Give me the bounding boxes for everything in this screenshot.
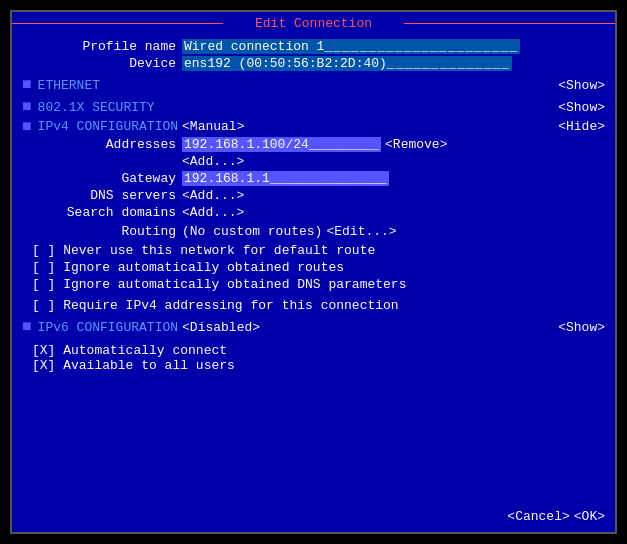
device-value[interactable]: ens192 (00:50:56:B2:2D:40)______________ <box>182 56 512 71</box>
title-bar: Edit Connection <box>12 12 615 33</box>
routing-label: Routing <box>22 224 182 239</box>
gateway-row: Gateway 192.168.1.1_______________ <box>22 171 605 186</box>
security-show[interactable]: <Show> <box>558 100 605 115</box>
ipv6-label: IPv6 CONFIGURATION <box>38 320 178 335</box>
bottom-buttons: <Cancel> <OK> <box>507 509 605 524</box>
gateway-value[interactable]: 192.168.1.1_______________ <box>182 171 389 186</box>
checkbox-ignore-routes[interactable]: [ ] Ignore automatically obtained routes <box>32 260 605 275</box>
ethernet-bullet: ■ <box>22 77 32 93</box>
cancel-button[interactable]: <Cancel> <box>507 509 569 524</box>
device-row: Device ens192 (00:50:56:B2:2D:40)_______… <box>22 56 605 71</box>
ipv6-section: ■ IPv6 CONFIGURATION <Disabled> <Show> <box>22 319 605 335</box>
all-users-checkbox[interactable]: [X] Available to all users <box>22 358 605 373</box>
dns-row: DNS servers <Add...> <box>22 188 605 203</box>
ipv4-header-row: ■ IPv4 CONFIGURATION <Manual> <Hide> <box>22 119 605 135</box>
security-bullet: ■ <box>22 99 32 115</box>
ipv4-label: IPv4 CONFIGURATION <box>38 119 178 135</box>
ipv6-show[interactable]: <Show> <box>558 320 605 335</box>
ipv6-mode[interactable]: <Disabled> <box>182 320 260 335</box>
search-row: Search domains <Add...> <box>22 205 605 220</box>
ipv4-hide[interactable]: <Hide> <box>558 119 605 135</box>
ethernet-label: ETHERNET <box>38 78 100 93</box>
profile-name-value[interactable]: Wired connection 1______________________ <box>182 39 520 54</box>
ipv4-mode[interactable]: <Manual> <box>182 119 244 135</box>
ipv4-section: ■ IPv4 CONFIGURATION <Manual> <Hide> Add… <box>22 119 605 313</box>
security-section: ■ 802.1X SECURITY <Show> <box>22 99 605 115</box>
routing-row: Routing (No custom routes) <Edit...> <box>22 224 605 239</box>
remove-link[interactable]: <Remove> <box>385 137 447 152</box>
routing-edit-link[interactable]: <Edit...> <box>326 224 396 239</box>
addresses-value[interactable]: 192.168.1.100/24_________ <box>182 137 381 152</box>
dialog-title: Edit Connection <box>247 16 380 31</box>
dns-add-link[interactable]: <Add...> <box>182 188 244 203</box>
dns-label: DNS servers <box>22 188 182 203</box>
ethernet-section: ■ ETHERNET <Show> <box>22 77 605 93</box>
ok-button[interactable]: <OK> <box>574 509 605 524</box>
profile-name-label: Profile name <box>22 39 182 54</box>
ethernet-show[interactable]: <Show> <box>558 78 605 93</box>
security-label: 802.1X SECURITY <box>38 100 155 115</box>
routing-value: (No custom routes) <box>182 224 322 239</box>
profile-name-row: Profile name Wired connection 1_________… <box>22 39 605 54</box>
addresses-row: Addresses 192.168.1.100/24_________ <Rem… <box>22 137 605 152</box>
gateway-label: Gateway <box>22 171 182 186</box>
search-label: Search domains <box>22 205 182 220</box>
add-address-row: <Add...> <box>22 154 605 169</box>
edit-connection-dialog: Edit Connection Profile name Wired conne… <box>10 10 617 534</box>
checkbox-require-ipv4[interactable]: [ ] Require IPv4 addressing for this con… <box>32 298 605 313</box>
ipv6-bullet: ■ <box>22 319 32 335</box>
auto-connect-row: [X] Automatically connect [X] Available … <box>22 343 605 373</box>
checkbox-default-route[interactable]: [ ] Never use this network for default r… <box>32 243 605 258</box>
checkbox-ignore-dns[interactable]: [ ] Ignore automatically obtained DNS pa… <box>32 277 605 292</box>
device-label: Device <box>22 56 182 71</box>
ipv4-bullet: ■ <box>22 119 32 135</box>
auto-connect-checkbox[interactable]: [X] Automatically connect <box>22 343 605 358</box>
search-add-link[interactable]: <Add...> <box>182 205 244 220</box>
addresses-label: Addresses <box>22 137 182 152</box>
add-address-link[interactable]: <Add...> <box>182 154 244 169</box>
